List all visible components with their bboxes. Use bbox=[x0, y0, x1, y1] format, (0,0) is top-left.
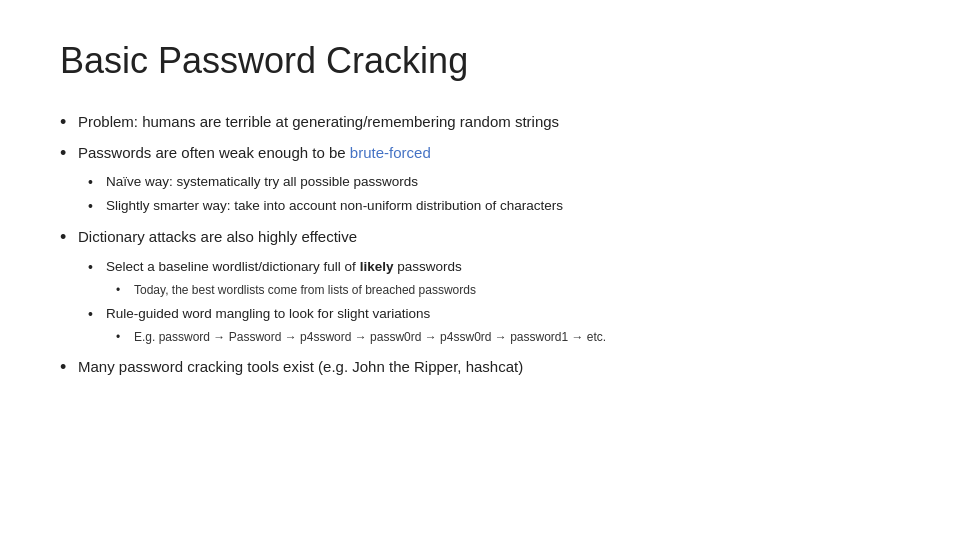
bullet-3-2-1: • E.g. password → Password → p4ssword → … bbox=[116, 328, 900, 347]
bullet-3-1-1-text: Today, the best wordlists come from list… bbox=[134, 281, 476, 300]
bullet-2-1-text: Naïve way: systematically try all possib… bbox=[106, 172, 418, 193]
bullet-4: • Many password cracking tools exist (e.… bbox=[60, 355, 900, 380]
likely-bold: likely bbox=[360, 259, 394, 274]
bullet-3-1-text: Select a baseline wordlist/dictionary fu… bbox=[106, 257, 462, 278]
bullet-3: • Dictionary attacks are also highly eff… bbox=[60, 225, 900, 250]
bullet-3-2-text: Rule-guided word mangling to look for sl… bbox=[106, 304, 430, 325]
page-container: Basic Password Cracking • Problem: human… bbox=[60, 40, 900, 380]
bullet-dot-3: • bbox=[60, 225, 78, 250]
bullet-2-1: • Naïve way: systematically try all poss… bbox=[88, 172, 900, 193]
bullet-dot-2-1: • bbox=[88, 172, 106, 193]
bullet-dot-4: • bbox=[60, 355, 78, 380]
bullet-1: • Problem: humans are terrible at genera… bbox=[60, 110, 900, 135]
bullet-dot-3-1: • bbox=[88, 257, 106, 278]
bullet-dot-2: • bbox=[60, 141, 78, 166]
bullet-dot-3-2: • bbox=[88, 304, 106, 325]
bullet-3-2: • Rule-guided word mangling to look for … bbox=[88, 304, 900, 325]
brute-forced-link: brute-forced bbox=[350, 144, 431, 161]
bullet-2-text: Passwords are often weak enough to be br… bbox=[78, 141, 431, 164]
bullet-dot-2-2: • bbox=[88, 196, 106, 217]
page-title: Basic Password Cracking bbox=[60, 40, 900, 82]
bullet-2: • Passwords are often weak enough to be … bbox=[60, 141, 900, 166]
content-area: • Problem: humans are terrible at genera… bbox=[60, 110, 900, 380]
bullet-2-2: • Slightly smarter way: take into accoun… bbox=[88, 196, 900, 217]
bullet-dot-1: • bbox=[60, 110, 78, 135]
bullet-4-text: Many password cracking tools exist (e.g.… bbox=[78, 355, 523, 378]
bullet-dot-3-1-1: • bbox=[116, 281, 134, 300]
bullet-2-2-text: Slightly smarter way: take into account … bbox=[106, 196, 563, 217]
bullet-1-text: Problem: humans are terrible at generati… bbox=[78, 110, 559, 133]
bullet-3-1-1: • Today, the best wordlists come from li… bbox=[116, 281, 900, 300]
bullet-3-text: Dictionary attacks are also highly effec… bbox=[78, 225, 357, 248]
bullet-3-2-1-text: E.g. password → Password → p4ssword → pa… bbox=[134, 328, 606, 347]
bullet-3-1: • Select a baseline wordlist/dictionary … bbox=[88, 257, 900, 278]
bullet-dot-3-2-1: • bbox=[116, 328, 134, 347]
